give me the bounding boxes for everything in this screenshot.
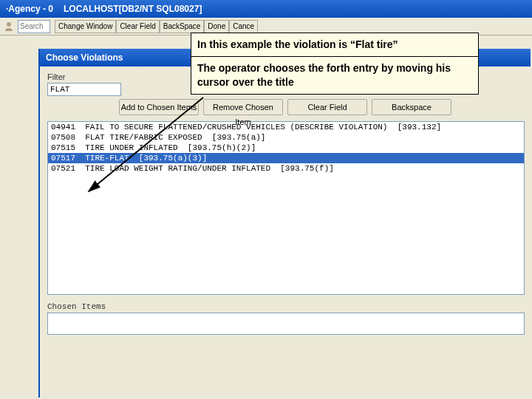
dialog-button-row: Add to Chosen Items Remove Chosen Item C… [47,99,523,115]
callout-line-1: In this example the violation is “Flat t… [197,38,472,52]
list-item[interactable]: 04941 FAIL TO SECURE FLATTENED/CRUSHED V… [48,122,524,132]
callout-line-2: The operator chooses the forth entry by … [197,61,472,89]
user-icon [3,21,15,33]
cancel-button[interactable]: Cance [229,20,258,33]
chosen-items-label: Chosen Items [47,302,523,311]
annotation-callout: In this example the violation is “Flat t… [191,33,479,95]
callout-divider [191,56,478,57]
title-segment-host: LOCALHOST[DB2/NT SQL08027] [64,4,202,14]
chosen-items-listbox[interactable] [47,313,525,335]
choose-violations-dialog: Choose Violations Filter Add to Chosen I… [38,49,531,398]
done-button[interactable]: Done [204,20,229,33]
title-segment-agency: ·Agency - 0 [6,4,53,14]
add-to-chosen-button[interactable]: Add to Chosen Items [119,99,199,115]
list-item[interactable]: 07508 FLAT TIRE/FABRIC EXPOSED [393.75(a… [48,132,524,143]
list-item[interactable]: 07521 TIRE LOAD WEIGHT RATING/UNDER INFL… [48,163,524,174]
clear-field-dialog-button[interactable]: Clear Field [287,99,367,115]
app-titlebar: ·Agency - 0 LOCALHOST[DB2/NT SQL08027] [0,0,532,18]
clear-field-button[interactable]: Clear Field [116,20,159,33]
dialog-title-text: Choose Violations [46,52,123,63]
change-window-button[interactable]: Change Window [55,20,116,33]
search-input[interactable] [18,20,50,33]
list-item[interactable]: 07515 TIRE UNDER INFLATED [393.75(h)(2)] [48,143,524,153]
list-item[interactable]: 07517 TIRE-FLAT [393.75(a)(3)] [48,153,524,163]
remove-chosen-button[interactable]: Remove Chosen Item [203,99,283,115]
svg-point-0 [7,22,11,27]
filter-input[interactable] [47,83,121,96]
violations-listbox[interactable]: 04941 FAIL TO SECURE FLATTENED/CRUSHED V… [47,121,525,295]
backspace-dialog-button[interactable]: Backspace [372,99,451,115]
backspace-button[interactable]: BackSpace [160,20,205,33]
